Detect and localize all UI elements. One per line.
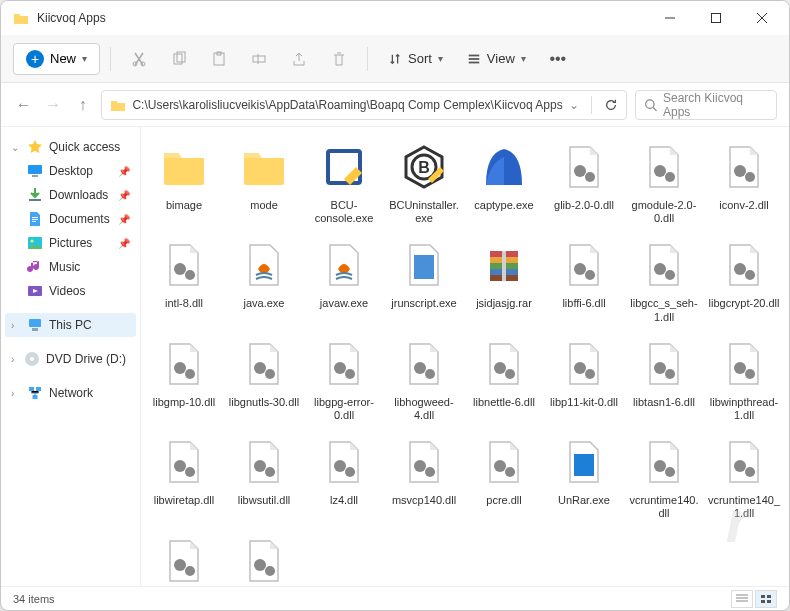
- file-item[interactable]: pcre.dll: [465, 430, 543, 524]
- rename-button[interactable]: [241, 41, 277, 77]
- file-item[interactable]: libgcrypt-20.dll: [705, 233, 783, 327]
- file-item[interactable]: zlib1.dll: [145, 529, 223, 587]
- file-item[interactable]: BCU-console.exe: [305, 135, 383, 229]
- file-label: gmodule-2.0-0.dll: [627, 199, 701, 225]
- search-placeholder: Search Kiicvoq Apps: [663, 91, 768, 119]
- pin-icon: 📌: [118, 190, 130, 201]
- file-item[interactable]: libp11-kit-0.dll: [545, 332, 623, 426]
- sidebar-item-this-pc[interactable]: ›This PC: [5, 313, 136, 337]
- sidebar-item-quick-access[interactable]: ⌄Quick access: [5, 135, 136, 159]
- new-label: New: [50, 51, 76, 66]
- maximize-button[interactable]: [693, 2, 739, 34]
- sidebar-item-downloads[interactable]: Downloads📌: [5, 183, 136, 207]
- file-item[interactable]: libtasn1-6.dll: [625, 332, 703, 426]
- forward-button[interactable]: →: [42, 91, 63, 119]
- share-button[interactable]: [281, 41, 317, 77]
- dll-icon: [556, 237, 612, 293]
- file-item[interactable]: iconv-2.dll: [705, 135, 783, 229]
- file-item[interactable]: java.exe: [225, 233, 303, 327]
- delete-button[interactable]: [321, 41, 357, 77]
- folder-icon: [110, 97, 126, 113]
- more-button[interactable]: •••: [540, 41, 576, 77]
- sort-button[interactable]: Sort ▾: [378, 45, 453, 72]
- file-label: jrunscript.exe: [391, 297, 456, 310]
- file-item[interactable]: vcruntime140_1.dll: [705, 430, 783, 524]
- file-item[interactable]: libwsutil.dll: [225, 430, 303, 524]
- file-item[interactable]: intl-8.dll: [145, 233, 223, 327]
- file-item[interactable]: jsidjasjg.rar: [465, 233, 543, 327]
- file-item[interactable]: vcruntime140.dll: [625, 430, 703, 524]
- dll-icon: [636, 434, 692, 490]
- file-item[interactable]: glib-2.0-0.dll: [545, 135, 623, 229]
- sidebar-item-music[interactable]: Music: [5, 255, 136, 279]
- file-item[interactable]: libgpg-error-0.dll: [305, 332, 383, 426]
- file-item[interactable]: libwiretap.dll: [145, 430, 223, 524]
- file-item[interactable]: libhogweed-4.dll: [385, 332, 463, 426]
- file-item[interactable]: libwinpthread-1.dll: [705, 332, 783, 426]
- file-item[interactable]: gmodule-2.0-0.dll: [625, 135, 703, 229]
- file-label: javaw.exe: [320, 297, 368, 310]
- close-button[interactable]: [739, 2, 785, 34]
- view-label: View: [487, 51, 515, 66]
- dll-icon: [236, 533, 292, 587]
- file-item[interactable]: jrunscript.exe: [385, 233, 463, 327]
- address-field[interactable]: C:\Users\karolisliucveikis\AppData\Roami…: [101, 90, 626, 120]
- titlebar[interactable]: Kiicvoq Apps: [1, 1, 789, 35]
- minimize-button[interactable]: [647, 2, 693, 34]
- paste-button[interactable]: [201, 41, 237, 77]
- svg-rect-29: [712, 14, 721, 23]
- search-field[interactable]: Search Kiicvoq Apps: [635, 90, 777, 120]
- file-item[interactable]: libgcc_s_seh-1.dll: [625, 233, 703, 327]
- file-item[interactable]: mode: [225, 135, 303, 229]
- bcu-icon: [396, 139, 452, 195]
- file-label: libffi-6.dll: [562, 297, 605, 310]
- file-label: libgmp-10.dll: [153, 396, 215, 409]
- file-pane[interactable]: bimagemodeBCU-console.exeBCUninstaller.e…: [141, 127, 789, 586]
- file-item[interactable]: libffi-6.dll: [545, 233, 623, 327]
- file-item[interactable]: libgmp-10.dll: [145, 332, 223, 426]
- dll-icon: [636, 139, 692, 195]
- chevron-down-icon[interactable]: ⌄: [569, 98, 579, 112]
- dll-icon: [156, 336, 212, 392]
- bcu-console-icon: [316, 139, 372, 195]
- new-button[interactable]: + New ▾: [13, 43, 100, 75]
- svg-rect-37: [469, 54, 480, 56]
- file-item[interactable]: lz4.dll: [305, 430, 383, 524]
- cut-button[interactable]: [121, 41, 157, 77]
- dll-icon: [636, 237, 692, 293]
- file-label: libnettle-6.dll: [473, 396, 535, 409]
- copy-button[interactable]: [161, 41, 197, 77]
- file-item[interactable]: libnettle-6.dll: [465, 332, 543, 426]
- file-item[interactable]: msvcp140.dll: [385, 430, 463, 524]
- back-button[interactable]: ←: [13, 91, 34, 119]
- sidebar-item-documents[interactable]: Documents📌: [5, 207, 136, 231]
- file-label: iconv-2.dll: [719, 199, 769, 212]
- up-button[interactable]: ↑: [72, 91, 93, 119]
- file-item[interactable]: captype.exe: [465, 135, 543, 229]
- icons-view-button[interactable]: [755, 590, 777, 608]
- svg-rect-39: [469, 61, 480, 63]
- file-label: pcre.dll: [486, 494, 521, 507]
- sidebar: ⌄Quick access Desktop📌 Downloads📌 Docume…: [1, 127, 141, 586]
- sort-label: Sort: [408, 51, 432, 66]
- file-item[interactable]: bimage: [145, 135, 223, 229]
- file-item[interactable]: javaw.exe: [305, 233, 383, 327]
- file-item[interactable]: libgnutls-30.dll: [225, 332, 303, 426]
- svg-rect-38: [469, 58, 480, 60]
- file-item[interactable]: zstd.dll: [225, 529, 303, 587]
- sidebar-item-videos[interactable]: Videos: [5, 279, 136, 303]
- file-item[interactable]: UnRar.exe: [545, 430, 623, 524]
- sidebar-item-pictures[interactable]: Pictures📌: [5, 231, 136, 255]
- sidebar-item-desktop[interactable]: Desktop📌: [5, 159, 136, 183]
- sidebar-item-network[interactable]: ›Network: [5, 381, 136, 405]
- dll-icon: [236, 434, 292, 490]
- folder-icon: [156, 139, 212, 195]
- file-item[interactable]: BCUninstaller.exe: [385, 135, 463, 229]
- folder-icon: [13, 10, 29, 26]
- details-view-button[interactable]: [731, 590, 753, 608]
- refresh-icon[interactable]: [604, 98, 618, 112]
- view-button[interactable]: View ▾: [457, 45, 536, 72]
- sidebar-item-dvd[interactable]: ›DVD Drive (D:) CCCC: [5, 347, 136, 371]
- file-label: UnRar.exe: [558, 494, 610, 507]
- file-label: captype.exe: [474, 199, 533, 212]
